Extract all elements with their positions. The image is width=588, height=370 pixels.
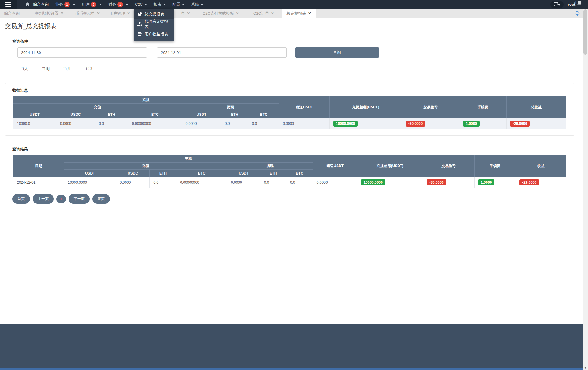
summary-table: 充提 赠送USDT 充提差额(USDT) 交易盈亏 手续费 总收益 充值 提现 … [13, 96, 566, 129]
nav-item-business[interactable]: 业务 1 [52, 0, 78, 9]
header-withdraw-eth: ETH [221, 111, 248, 118]
filter-this-month[interactable]: 当月 [56, 63, 78, 74]
next-page-button[interactable]: 下一页 [69, 194, 90, 204]
trade-pnl-badge: -30.0000 [427, 179, 446, 185]
nav-item-c2c[interactable]: C2C [132, 0, 150, 9]
nav-item-users[interactable]: 用户 2 [78, 0, 105, 9]
header-withdraw-eth: ETH [260, 170, 286, 177]
summary-title: 数据汇总 [5, 83, 574, 93]
header-withdraw-group: 提现 [182, 104, 279, 111]
current-page-button[interactable]: 1 [56, 195, 66, 203]
menu-toggle-button[interactable] [0, 0, 17, 9]
cell-net: 10000.0000 [357, 177, 423, 188]
date-to-input[interactable] [157, 47, 287, 58]
header-deposit-usdc: USDC [116, 170, 150, 177]
header-deposit-usdt: USDT [13, 111, 56, 118]
tab-delivery-risk-settings[interactable]: 交割场控设置 ✕ [35, 9, 63, 18]
close-icon[interactable]: ✕ [271, 11, 274, 15]
tab-overview[interactable]: 综合查询 [4, 9, 20, 18]
cell-withdraw-usdt: 0.0000 [227, 177, 260, 188]
nav-item-reports[interactable]: 报表 [150, 0, 169, 9]
cell-fee: 1.0000 [459, 118, 507, 129]
cell-withdraw-eth: 0.0 [221, 118, 248, 129]
nav-item-system[interactable]: 系统 [188, 0, 206, 9]
cell-gift: 0.0000 [313, 177, 357, 188]
chevron-down-icon [163, 4, 166, 5]
header-gift-usdt: 赠送USDT [313, 155, 357, 177]
header-fee: 手续费 [474, 155, 516, 177]
header-deposit-group: 充值 [13, 104, 182, 111]
first-page-button[interactable]: 首页 [12, 194, 30, 204]
close-icon[interactable]: ✕ [97, 11, 100, 15]
close-icon[interactable]: ✕ [308, 11, 311, 15]
cell-fee: 1.0000 [474, 177, 516, 188]
ime-keyboard-icon [578, 1, 581, 5]
filter-this-week[interactable]: 当周 [35, 63, 56, 74]
tab-total-deposit-withdraw-report[interactable]: 总充提报表 ✕ [282, 9, 316, 18]
header-trade-pnl: 交易盈亏 [423, 155, 474, 177]
footer-accent-bar [0, 368, 588, 370]
menu-item-user-profit-report[interactable]: 用户收益报表 [134, 29, 174, 39]
tab-hidden-order[interactable]: 单 ✕ [181, 9, 190, 18]
header-deposit-withdraw-group: 充提 [13, 96, 279, 104]
nav-item-query[interactable]: 综合查询 [30, 0, 52, 9]
close-icon[interactable]: ✕ [187, 11, 190, 15]
fee-badge: 1.0000 [478, 179, 495, 185]
close-icon[interactable]: ✕ [61, 11, 63, 15]
last-page-button[interactable]: 尾页 [92, 194, 110, 204]
vertical-scrollbar[interactable]: ▼ [583, 9, 588, 370]
data-summary-panel: 数据汇总 充提 赠送USDT 充提差额(USDT) 交易盈亏 手续费 总收益 [5, 83, 574, 136]
scroll-down-arrow-icon[interactable]: ▼ [583, 366, 588, 369]
cell-deposit-btc: 0.00000000 [128, 118, 182, 129]
table-row: 2024-12-01 10000.0000 0.0000 0.0 0.00000… [13, 177, 566, 188]
top-navbar: 综合查询 业务 1 用户 2 财务 1 C2C 报表 配置 [0, 0, 588, 9]
cell-withdraw-btc: 0.0 [286, 177, 313, 188]
pie-chart-icon [137, 12, 142, 16]
tab-bar: 综合查询 交割场控设置 ✕ 币币交易单 ✕ 用户管理 ✕ 单 ✕ C2C支付方式… [0, 9, 588, 18]
home-icon [25, 2, 30, 6]
cell-deposit-usdt: 10000.0 [13, 118, 56, 129]
cell-deposit-btc: 0.00000000 [176, 177, 227, 188]
refresh-icon [575, 11, 580, 16]
close-icon[interactable]: ✕ [127, 11, 130, 15]
query-conditions-panel: 查询条件 查询 当天 当周 当月 全部 [5, 34, 574, 74]
results-title: 查询结果 [5, 142, 574, 152]
tab-spot-trade-orders[interactable]: 币币交易单 ✕ [75, 9, 100, 18]
chevron-down-icon [201, 4, 203, 5]
main-content: 交易所_总充提报表 查询条件 查询 当天 当周 当月 全部 数据汇总 [0, 18, 588, 217]
close-icon[interactable]: ✕ [236, 11, 239, 15]
filter-today[interactable]: 当天 [14, 63, 35, 74]
header-deposit-withdraw-group: 充提 [64, 155, 313, 163]
cell-net: 10000.0000 [329, 118, 402, 129]
nav-item-finance[interactable]: 财务 1 [105, 0, 132, 9]
scrollbar-thumb[interactable] [583, 9, 587, 55]
cell-withdraw-btc: 0.0 [248, 118, 279, 129]
header-deposit-group: 充值 [64, 163, 227, 170]
date-from-input[interactable] [17, 47, 147, 58]
query-results-panel: 查询结果 日期 充提 赠送USDT 充提差额(USDT) 交易盈亏 [5, 142, 574, 217]
home-button[interactable] [25, 2, 30, 6]
hamburger-icon [5, 1, 11, 8]
date-range-row: 查询 [17, 47, 574, 58]
header-deposit-btc: BTC [128, 111, 182, 118]
tab-c2c-orders[interactable]: C2C订单 ✕ [253, 9, 274, 18]
search-button[interactable]: 查询 [295, 47, 379, 58]
chevron-down-icon [182, 4, 184, 5]
filter-all[interactable]: 全部 [78, 63, 99, 74]
page-footer [0, 324, 588, 370]
users-badge: 2 [91, 2, 96, 7]
tab-user-management[interactable]: 用户管理 ✕ [109, 9, 130, 18]
refresh-tab-button[interactable] [575, 11, 580, 17]
cell-deposit-usdc: 0.0000 [116, 177, 150, 188]
cell-withdraw-eth: 0.0 [260, 177, 286, 188]
messages-button[interactable] [550, 1, 564, 8]
cell-date: 2024-12-01 [13, 177, 64, 188]
nav-item-config[interactable]: 配置 [169, 0, 188, 9]
menu-item-agent-deposit-withdraw-report[interactable]: 代理商充提报表 [134, 19, 174, 29]
cell-deposit-usdc: 0.0000 [56, 118, 95, 129]
cell-profit: -29.0000 [516, 177, 566, 188]
menu-item-total-deposit-withdraw-report[interactable]: 总充提报表 [134, 9, 174, 19]
prev-page-button[interactable]: 上一页 [33, 194, 54, 204]
tab-c2c-payment-template[interactable]: C2C支付方式模板 ✕ [203, 9, 239, 18]
cell-trade-pnl: -30.0000 [423, 177, 474, 188]
